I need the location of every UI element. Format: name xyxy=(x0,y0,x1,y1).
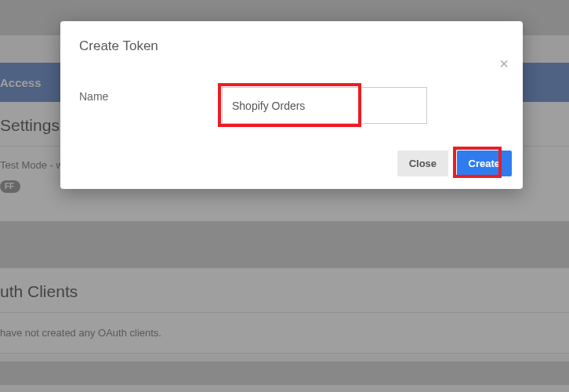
modal-body: Name xyxy=(60,62,523,143)
modal-header: Create Token × xyxy=(60,21,523,62)
close-button[interactable]: Close xyxy=(397,151,448,176)
close-icon[interactable]: × xyxy=(499,56,509,71)
name-input[interactable] xyxy=(222,87,427,124)
modal-footer: Close Create xyxy=(60,143,523,189)
name-label: Name xyxy=(79,87,222,103)
modal-title: Create Token xyxy=(79,38,504,54)
create-button[interactable]: Create xyxy=(457,151,512,176)
name-field-wrap xyxy=(222,87,427,124)
create-token-modal: Create Token × Name Close Create xyxy=(60,21,523,189)
